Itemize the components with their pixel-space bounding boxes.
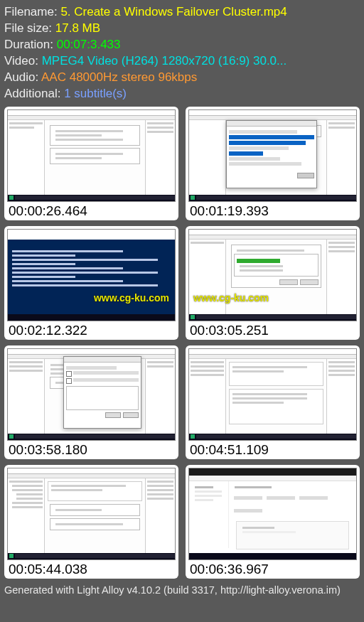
thumbnail-card: www.cg-ku.com 00:03:05.251 (186, 226, 360, 340)
thumbnail-timestamp: 00:04:51.109 (188, 441, 357, 458)
thumbnail-image (7, 348, 176, 441)
metadata-block: Filename: 5. Create a Windows Failover C… (0, 0, 364, 104)
thumbnail-image (7, 109, 176, 202)
thumbnail-timestamp: 00:03:58.180 (7, 441, 176, 458)
thumbnail-grid: 00:00:26.464 (0, 104, 364, 579)
meta-value: 00:07:3.433 (57, 38, 121, 51)
thumbnail-card: www.cg-ku.com 00:02:12.322 (4, 226, 178, 340)
thumbnail-image: www.cg-ku.com (7, 229, 176, 321)
thumbnail-timestamp: 00:01:19.393 (188, 202, 357, 219)
meta-label: Filename: (4, 5, 60, 18)
meta-value: MPEG4 Video (H264) 1280x720 (16:9) 30.0.… (42, 54, 287, 68)
meta-video: Video: MPEG4 Video (H264) 1280x720 (16:9… (4, 53, 360, 70)
meta-label: Audio: (4, 70, 41, 84)
thumbnail-card: 00:00:26.464 (4, 107, 178, 220)
meta-value: AAC 48000Hz stereo 96kbps (41, 70, 197, 84)
thumbnail-card: 00:04:51.109 (186, 345, 360, 459)
thumbnail-image (188, 348, 357, 441)
thumbnail-card: 00:05:44.038 (4, 465, 178, 579)
meta-value: 17.8 MB (55, 21, 100, 35)
thumbnail-timestamp: 00:06:36.967 (188, 560, 357, 577)
meta-value: 1 subtitle(s) (64, 87, 127, 100)
meta-label: Duration: (4, 38, 57, 51)
meta-filesize: File size: 17.8 MB (4, 21, 360, 37)
meta-duration: Duration: 00:07:3.433 (4, 37, 360, 53)
meta-audio: Audio: AAC 48000Hz stereo 96kbps (4, 70, 360, 86)
meta-filename: Filename: 5. Create a Windows Failover C… (4, 4, 360, 21)
thumbnail-card: 00:03:58.180 (4, 345, 178, 459)
thumbnail-card: 00:06:36.967 (186, 465, 360, 579)
meta-label: File size: (4, 21, 55, 35)
thumbnail-image (7, 468, 176, 560)
thumbnail-timestamp: 00:00:26.464 (7, 202, 176, 219)
thumbnail-timestamp: 00:03:05.251 (188, 321, 357, 338)
thumbnail-card: 00:01:19.393 (186, 107, 360, 220)
footer-text: Generated with Light Alloy v4.10.2 (buil… (0, 579, 364, 596)
thumbnail-image (188, 109, 357, 202)
watermark-text: www.cg-ku.com (193, 292, 269, 304)
meta-additional: Additional: 1 subtitle(s) (4, 86, 360, 102)
thumbnail-image (188, 468, 357, 560)
thumbnail-timestamp: 00:02:12.322 (7, 321, 176, 338)
thumbnail-timestamp: 00:05:44.038 (7, 560, 176, 577)
meta-label: Additional: (4, 87, 64, 100)
watermark-text: www.cg-ku.com (94, 292, 169, 304)
meta-label: Video: (4, 54, 42, 68)
thumbnail-image: www.cg-ku.com (188, 229, 357, 321)
meta-value: 5. Create a Windows Failover Cluster.mp4 (60, 5, 287, 18)
